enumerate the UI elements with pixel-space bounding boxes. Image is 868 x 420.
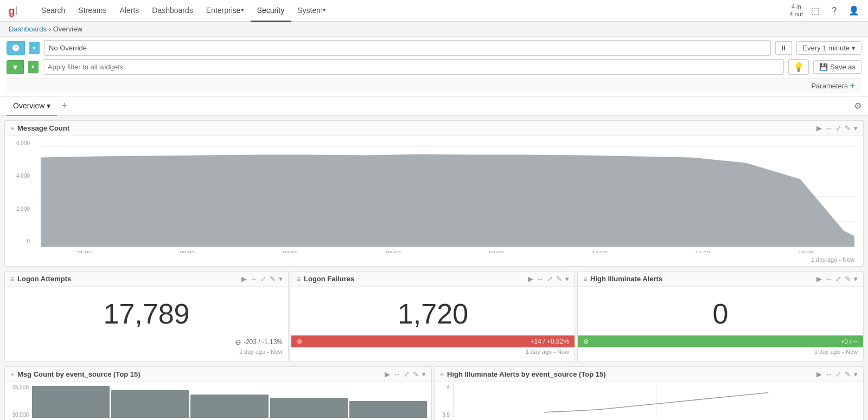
navbar: g l Search Streams Alerts Dashboards Ent… (0, 0, 868, 22)
expand-icon[interactable]: ↔ (825, 124, 832, 132)
edit-icon3[interactable]: ✎ (556, 275, 562, 283)
nav-search[interactable]: Search (35, 0, 72, 22)
nav-right: 4 in 4 out ⬚ ? 👤 (790, 3, 861, 18)
breadcrumb-current: Overview (53, 25, 82, 33)
drag-icon: ≡ (10, 125, 14, 132)
chevron-icon3[interactable]: ▾ (565, 275, 569, 283)
message-count-widget: ≡ Message Count ▶ ↔ ⤢ ✎ ▾ 6,000 4,000 2,… (4, 120, 864, 267)
filter-caret[interactable]: ▾ (28, 61, 39, 73)
dashboard-settings-button[interactable]: ⚙ (854, 101, 861, 111)
play-icon4[interactable]: ▶ (816, 275, 822, 283)
nav-security[interactable]: Security (251, 0, 291, 22)
high-illuminate-source-header: ≡ High Illuminate Alerts by event_source… (435, 367, 863, 382)
filter-button[interactable]: ▼ (7, 60, 24, 74)
nav-system[interactable]: System (291, 0, 333, 22)
fullscreen-icon4[interactable]: ⤢ (835, 275, 841, 283)
svg-text:15:00: 15:00 (695, 250, 710, 254)
chevron-icon5[interactable]: ▾ (422, 370, 426, 378)
fullscreen-icon5[interactable]: ⤢ (404, 370, 410, 378)
delta-text: -203 / -1.13% (244, 338, 283, 346)
badge-text2: +0 / -- (840, 338, 858, 345)
message-count-title: ≡ Message Count (10, 124, 69, 132)
toolbar: 🕐 ▾ ⏸ Every 1 minute ▾ ▼ ▾ 💡 💾 Save as P… (0, 37, 868, 96)
pause-button[interactable]: ⏸ (775, 41, 792, 55)
high-illuminate-by-source-widget: ≡ High Illuminate Alerts by event_source… (434, 366, 864, 420)
save-as-button[interactable]: 💾 Save as (813, 60, 861, 74)
high-illuminate-source-title-text: High Illuminate Alerts by event_source (… (447, 370, 606, 378)
expand-icon5[interactable]: ↔ (393, 370, 400, 378)
high-illuminate-source-actions: ▶ ↔ ⤢ ✎ ▾ (816, 370, 858, 378)
svg-text:18:00: 18:00 (798, 250, 813, 254)
time-override-input[interactable] (44, 40, 771, 56)
fullscreen-icon6[interactable]: ⤢ (835, 370, 841, 378)
edit-icon[interactable]: ✎ (845, 124, 851, 132)
nav-dashboards[interactable]: Dashboards (145, 0, 200, 22)
new-window-icon[interactable]: ⬚ (807, 3, 822, 18)
filter-input[interactable] (43, 59, 784, 75)
nav-enterprise[interactable]: Enterprise (200, 0, 251, 22)
high-illuminate-badge: ⊖ +0 / -- (578, 335, 863, 347)
message-count-title-text: Message Count (17, 124, 69, 132)
edit-icon4[interactable]: ✎ (845, 275, 851, 283)
user-icon[interactable]: 👤 (846, 3, 861, 18)
tab-overview-caret: ▾ (47, 101, 50, 110)
time-range-button[interactable]: 🕐 (7, 41, 25, 55)
badge-text: +14 / +0.82% (531, 338, 569, 345)
chevron-icon4[interactable]: ▾ (854, 275, 858, 283)
logon-failures-badge-container: ⊕ +14 / +0.82% 1 day ago - Now (291, 335, 575, 361)
svg-marker-8 (41, 154, 854, 247)
high-illuminate-title-text: High Illuminate Alerts (590, 275, 662, 283)
svg-text:03:00: 03:00 (283, 250, 298, 254)
expand-icon3[interactable]: ↔ (537, 275, 544, 283)
badge-icon2: ⊖ (583, 338, 589, 345)
tab-overview[interactable]: Overview ▾ (7, 96, 57, 116)
bulb-icon[interactable]: 💡 (788, 59, 809, 75)
breadcrumb-parent[interactable]: Dashboards (9, 25, 47, 33)
chevron-icon2[interactable]: ▾ (279, 275, 283, 283)
logon-failures-header: ≡ Logon Failures ▶ ↔ ⤢ ✎ ▾ (291, 272, 575, 287)
play-icon5[interactable]: ▶ (385, 370, 390, 378)
help-icon[interactable]: ? (827, 3, 842, 18)
message-counter: 4 in 4 out (790, 3, 803, 17)
expand-icon4[interactable]: ↔ (825, 275, 832, 283)
expand-icon6[interactable]: ↔ (825, 370, 832, 378)
tab-overview-label: Overview (13, 101, 44, 110)
svg-text:09:00: 09:00 (489, 250, 504, 254)
fullscreen-icon3[interactable]: ⤢ (547, 275, 553, 283)
fullscreen-icon[interactable]: ⤢ (835, 124, 841, 132)
chevron-down-icon[interactable]: ▾ (854, 124, 858, 132)
parameters-row: Parameters + (7, 78, 861, 93)
play-icon[interactable]: ▶ (816, 124, 822, 132)
play-icon3[interactable]: ▶ (528, 275, 533, 283)
bar-3 (190, 395, 268, 418)
parameters-button[interactable]: Parameters + (811, 81, 855, 91)
nav-streams[interactable]: Streams (72, 0, 113, 22)
play-icon2[interactable]: ▶ (241, 275, 247, 283)
chevron-icon6[interactable]: ▾ (854, 370, 858, 378)
brand-logo[interactable]: g l (7, 1, 26, 21)
edit-icon5[interactable]: ✎ (413, 370, 419, 378)
nav-alerts[interactable]: Alerts (113, 0, 145, 22)
high-illuminate-header: ≡ High Illuminate Alerts ▶ ↔ ⤢ ✎ ▾ (578, 272, 863, 287)
save-as-label: Save as (830, 63, 856, 71)
fullscreen-icon2[interactable]: ⤢ (260, 275, 266, 283)
svg-text:00:00: 00:00 (180, 250, 195, 254)
high-illuminate-badge-container: ⊖ +0 / -- 1 day ago - Now (578, 335, 863, 361)
message-count-widget-header: ≡ Message Count ▶ ↔ ⤢ ✎ ▾ (5, 121, 863, 136)
expand-icon2[interactable]: ↔ (250, 275, 257, 283)
edit-icon6[interactable]: ✎ (845, 370, 851, 378)
play-icon6[interactable]: ▶ (816, 370, 822, 378)
delta-icon: ⊖ (235, 338, 241, 346)
drag-icon3: ≡ (297, 275, 301, 283)
svg-text:l: l (15, 5, 17, 17)
refresh-button[interactable]: Every 1 minute ▾ (796, 41, 861, 55)
time-range-caret[interactable]: ▾ (29, 42, 40, 54)
logon-failures-widget: ≡ Logon Failures ▶ ↔ ⤢ ✎ ▾ 1,720 ⊕ +14 /… (291, 271, 575, 362)
y-label-35000: 35,000 (9, 384, 29, 390)
chart-area-svg: 21:00 Nov 22, 2022 00:00 Nov 23, 2022 03… (41, 140, 854, 253)
breadcrumb-separator: › (49, 25, 53, 33)
parameters-add-icon: + (850, 81, 855, 91)
logon-failures-actions: ▶ ↔ ⤢ ✎ ▾ (528, 275, 569, 283)
tab-add-button[interactable]: + (57, 100, 72, 112)
edit-icon2[interactable]: ✎ (270, 275, 276, 283)
